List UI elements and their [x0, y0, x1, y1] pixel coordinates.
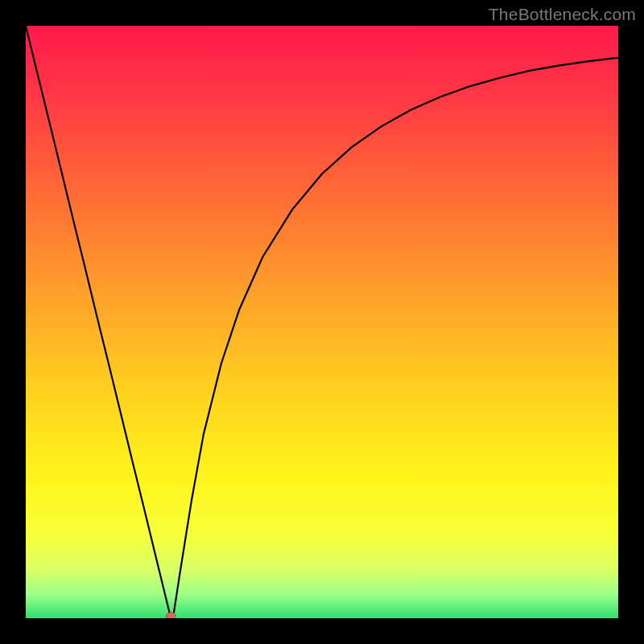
- curve-layer: [26, 26, 618, 618]
- cusp-marker: [166, 613, 175, 618]
- watermark-label: TheBottleneck.com: [489, 5, 636, 24]
- bottleneck-curve: [26, 26, 618, 618]
- plot-area: [26, 26, 618, 618]
- chart-frame: TheBottleneck.com: [0, 0, 644, 644]
